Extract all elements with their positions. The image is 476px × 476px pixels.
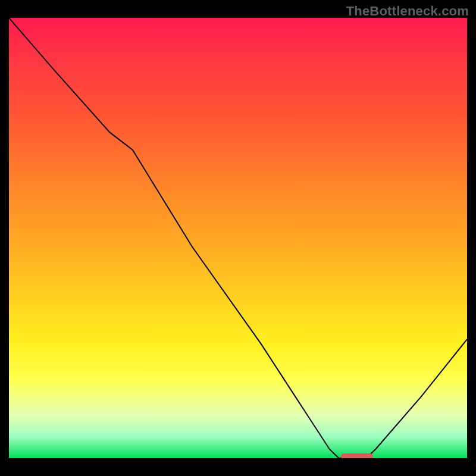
bottleneck-curve: [9, 18, 467, 458]
watermark-text: TheBottleneck.com: [346, 4, 469, 19]
curve-path: [9, 18, 467, 458]
optimal-range-marker: [341, 453, 373, 458]
plot-area: [9, 18, 467, 458]
chart-container: TheBottleneck.com: [0, 0, 476, 476]
